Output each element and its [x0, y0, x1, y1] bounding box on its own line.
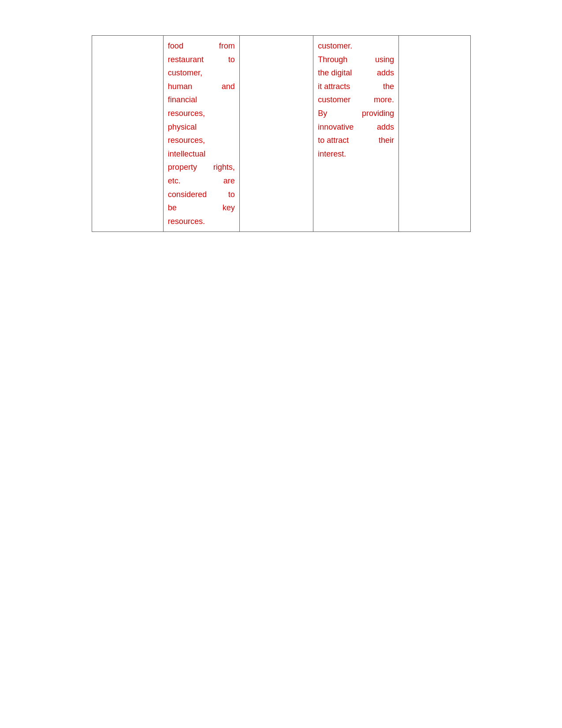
r-word-providing: providing	[362, 107, 394, 120]
word-intellectual: intellectual	[168, 149, 205, 158]
word-resources1: resources,	[168, 109, 205, 118]
line-12: considered to	[168, 188, 235, 202]
r-line-5: customer more.	[318, 93, 394, 107]
word-from: from	[219, 39, 235, 53]
line-3: customer,	[168, 66, 235, 80]
line-1: food from	[168, 39, 235, 53]
line-11: etc. are	[168, 174, 235, 188]
word-key: key	[223, 201, 235, 215]
line-2: restaurant to	[168, 53, 235, 67]
cell-empty-left	[92, 36, 163, 232]
r-word-customer2: customer	[318, 93, 350, 107]
r-word-by: By	[318, 107, 327, 120]
word-etc: etc.	[168, 174, 181, 188]
word-rights: rights,	[213, 161, 235, 174]
r-line-4: it attracts the	[318, 80, 394, 93]
r-word-through: Through	[318, 53, 347, 67]
word-to: to	[228, 53, 235, 67]
r-word-their: their	[379, 134, 394, 147]
line-14: resources.	[168, 215, 235, 228]
left-text-content: food from restaurant to customer,	[168, 39, 235, 228]
cell-middle-empty	[239, 36, 313, 232]
r-word-adds2: adds	[377, 120, 394, 134]
word-property: property	[168, 161, 197, 174]
cell-right-text: customer. Through using the digital adds	[313, 36, 399, 232]
line-4: human and	[168, 80, 235, 93]
line-6: resources,	[168, 107, 235, 120]
r-line-7: innovative adds	[318, 120, 394, 134]
word-to: to	[228, 188, 235, 202]
r-line-1: customer.	[318, 39, 394, 53]
line-7: physical	[168, 120, 235, 134]
r-word-innovative: innovative	[318, 120, 354, 134]
r-word-more: more.	[374, 93, 394, 107]
table-wrapper: food from restaurant to customer,	[35, 35, 527, 232]
r-word-adds: adds	[377, 66, 394, 80]
r-word-the: the	[383, 80, 394, 93]
r-line-2: Through using	[318, 53, 394, 67]
line-10: property rights,	[168, 161, 235, 174]
r-line-6: By providing	[318, 107, 394, 120]
r-word-customer: customer.	[318, 41, 352, 50]
word-resources2: resources,	[168, 136, 205, 145]
r-line-3: the digital adds	[318, 66, 394, 80]
r-word-it-attracts: it attracts	[318, 80, 350, 93]
line-5: financial	[168, 93, 235, 107]
cell-left-text: food from restaurant to customer,	[163, 36, 239, 232]
right-text-content: customer. Through using the digital adds	[318, 39, 394, 161]
r-word-interest: interest.	[318, 149, 346, 158]
word-physical: physical	[168, 123, 197, 131]
line-9: intellectual	[168, 147, 235, 161]
word-human: human	[168, 80, 192, 93]
word-food: food	[168, 39, 183, 53]
line-8: resources,	[168, 134, 235, 147]
main-table: food from restaurant to customer,	[92, 35, 471, 232]
word-financial: financial	[168, 95, 197, 104]
r-word-to-attract: to attract	[318, 134, 349, 147]
page-container: food from restaurant to customer,	[0, 0, 562, 728]
word-resources-period: resources.	[168, 217, 205, 226]
word-customer-comma: customer,	[168, 68, 202, 77]
cell-far-right-empty	[399, 36, 470, 232]
r-word-the-digital: the digital	[318, 66, 352, 80]
line-13: be key	[168, 201, 235, 215]
word-and: and	[222, 80, 235, 93]
word-considered: considered	[168, 188, 207, 202]
word-be: be	[168, 201, 177, 215]
word-are: are	[223, 174, 235, 188]
r-word-using: using	[375, 53, 394, 67]
r-line-9: interest.	[318, 147, 394, 161]
word-restaurant: restaurant	[168, 53, 204, 67]
r-line-8: to attract their	[318, 134, 394, 147]
